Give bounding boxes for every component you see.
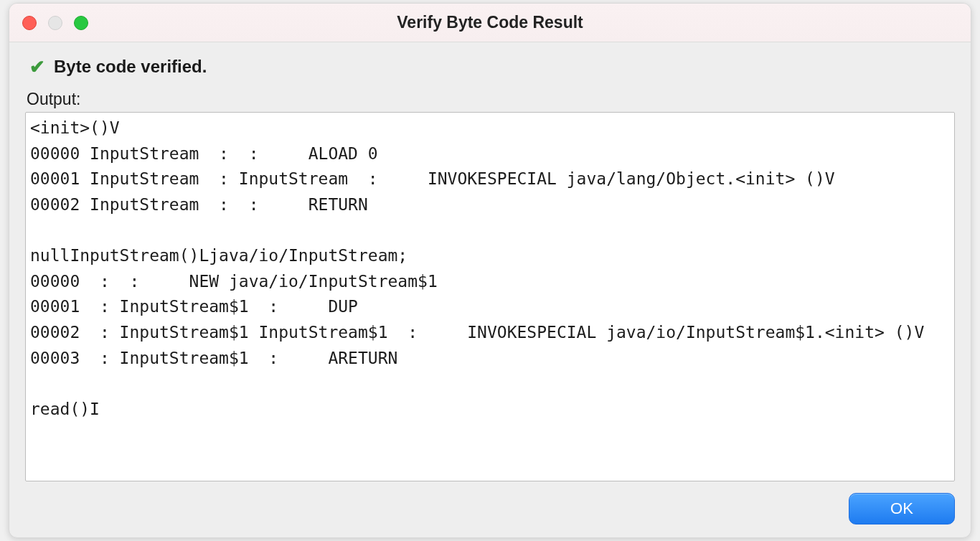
window-title: Verify Byte Code Result xyxy=(9,13,971,32)
status-text: Byte code verified. xyxy=(54,57,207,77)
minimize-icon[interactable] xyxy=(48,16,62,30)
output-text: <init>()V 00000 InputStream : : ALOAD 0 … xyxy=(30,118,924,418)
output-label: Output: xyxy=(25,90,955,109)
dialog-content: ✔ Byte code verified. Output: <init>()V … xyxy=(9,42,971,537)
output-textarea[interactable]: <init>()V 00000 InputStream : : ALOAD 0 … xyxy=(25,112,955,481)
title-bar: Verify Byte Code Result xyxy=(9,4,971,42)
maximize-icon[interactable] xyxy=(74,16,88,30)
close-icon[interactable] xyxy=(22,16,37,30)
window-controls xyxy=(22,16,88,30)
check-icon: ✔ xyxy=(29,57,45,76)
button-row: OK xyxy=(25,481,955,524)
dialog-window: Verify Byte Code Result ✔ Byte code veri… xyxy=(9,3,971,538)
ok-button[interactable]: OK xyxy=(849,493,955,524)
status-row: ✔ Byte code verified. xyxy=(25,57,955,77)
